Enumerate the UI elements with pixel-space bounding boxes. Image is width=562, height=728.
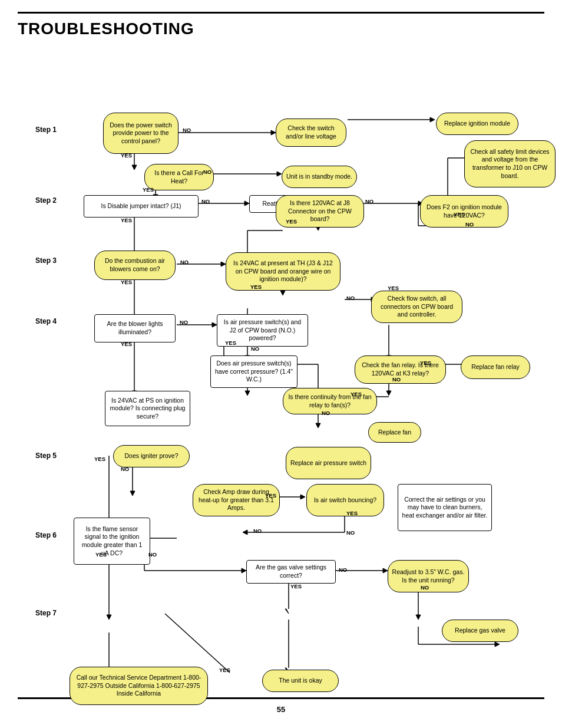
svg-marker-3 [132, 165, 137, 170]
standby-box: Unit is in standby mode. [282, 166, 357, 188]
check-switch-box: Check the switch and/or line voltage [276, 118, 346, 147]
arrow-yes-10: YES [225, 340, 236, 346]
arrow-no-10: NO [392, 376, 401, 383]
arrow-yes-16: YES [95, 551, 107, 558]
svg-marker-5 [277, 172, 282, 176]
svg-marker-27 [221, 262, 226, 266]
disable-jumper-box: Is Disable jumper intact? (J1) [84, 195, 199, 218]
svg-marker-62 [300, 495, 305, 499]
arrow-yes-2: YES [143, 186, 154, 193]
step-4-label: Step 4 [35, 317, 57, 325]
call-technical-box: Call our Technical Service Department 1-… [70, 667, 208, 705]
correct-air-settings-box: Correct the air settings or you may have… [398, 484, 492, 531]
page-title: TROUBLESHOOTING [18, 19, 544, 38]
replace-ignition-box: Replace ignition module [436, 113, 518, 135]
air-switch-bouncing-box: Is air switch bouncing? [306, 484, 384, 516]
arrow-no-6: NO [180, 259, 189, 265]
arrow-no-5: NO [465, 221, 474, 228]
replace-fan-box: Replace fan [368, 422, 421, 443]
gas-valve-box: Are the gas valve settings correct? [246, 560, 336, 584]
air-pressure-correct-box: Does air pressure switch(s) have correct… [210, 355, 297, 388]
igniter-prove-box: Does igniter prove? [113, 445, 190, 467]
svg-marker-74 [383, 568, 388, 573]
arrow-no-14: NO [346, 529, 355, 536]
arrow-yes-15: YES [346, 510, 358, 516]
svg-marker-58 [130, 491, 135, 496]
arrow-no-16: NO [339, 566, 347, 573]
check-safety-box: Check all safety limit devices and volta… [464, 140, 556, 187]
replace-gas-valve-box: Replace gas valve [442, 620, 518, 642]
arrow-yes-1: YES [121, 152, 132, 159]
arrow-yes-14: YES [265, 492, 276, 499]
svg-marker-53 [245, 391, 250, 396]
arrow-no-8: NO [180, 319, 188, 325]
arrow-yes-8: YES [388, 285, 399, 291]
svg-marker-9 [430, 117, 435, 122]
replace-fan-relay-box: Replace fan relay [461, 355, 530, 379]
arrow-yes-17: YES [290, 583, 302, 589]
step-7-label: Step 7 [35, 609, 57, 617]
step-2-label: Step 2 [35, 196, 57, 205]
call-for-heat-box: Is there a Call For Heat? [144, 164, 214, 190]
arrow-yes-11: YES [420, 360, 431, 366]
svg-marker-31 [280, 291, 285, 295]
ps-24vac-box: Is 24VAC at PS on ignition module? Is co… [105, 391, 190, 426]
arrow-yes-5: YES [454, 211, 465, 218]
svg-marker-51 [316, 423, 320, 428]
diagram-area: Step 1 Step 2 Step 3 Step 4 Step 5 Step … [18, 43, 544, 691]
check-amp-box: Check Amp draw during heat-up for greate… [193, 484, 280, 516]
arrow-no-7: NO [346, 295, 355, 301]
arrow-no-15: NO [148, 551, 157, 558]
svg-marker-11 [244, 201, 249, 206]
svg-marker-70 [242, 568, 246, 573]
svg-marker-66 [243, 530, 247, 535]
arrow-yes-7: YES [250, 284, 262, 290]
top-border [18, 12, 544, 14]
arrow-no-17: NO [421, 584, 429, 591]
arrow-yes-12: YES [351, 391, 362, 397]
svg-marker-1 [271, 130, 276, 135]
step-6-label: Step 6 [35, 531, 57, 539]
svg-marker-48 [386, 391, 391, 396]
combustion-air-box: Do the combustion air blowers come on? [94, 251, 176, 280]
svg-marker-86 [495, 642, 500, 647]
arrow-no-13: NO [253, 528, 262, 534]
arrow-no-2: NO [203, 169, 211, 175]
check-flow-box: Check flow switch, all connectors on CPW… [371, 291, 462, 323]
th-24vac-box: Is 24VAC at present at TH (J3 & J12 on C… [226, 252, 340, 291]
svg-line-81 [165, 614, 230, 673]
blower-lights-box: Are the blower lights illuminated? [94, 314, 176, 342]
svg-marker-76 [285, 609, 289, 614]
arrow-yes-6: YES [121, 279, 132, 285]
page-number: 55 [18, 705, 544, 714]
power-switch-box: Does the power switch provide power to t… [103, 113, 178, 154]
flame-sensor-box: Is the flame sensor signal to the igniti… [74, 518, 150, 565]
svg-marker-72 [107, 615, 111, 620]
step-5-label: Step 5 [35, 452, 57, 460]
arrow-yes-4: YES [286, 218, 297, 225]
unit-okay-box: The unit is okay [262, 670, 339, 692]
page: TROUBLESHOOTING [0, 0, 562, 728]
step-3-label: Step 3 [35, 256, 57, 265]
arrow-no-12: NO [121, 466, 129, 472]
replace-air-pressure-box: Replace air pressure switch [286, 447, 371, 479]
svg-marker-37 [212, 322, 217, 327]
arrow-no-1: NO [183, 127, 191, 133]
arrow-no-3: NO [201, 198, 210, 205]
arrow-yes-9: YES [121, 341, 132, 347]
step-1-label: Step 1 [35, 126, 57, 134]
svg-marker-78 [416, 615, 421, 620]
arrow-yes-13: YES [94, 456, 105, 462]
arrow-no-11: NO [322, 410, 330, 416]
arrow-yes-18: YES [219, 667, 230, 673]
arrow-no-9: NO [251, 345, 259, 352]
arrow-no-4: NO [365, 198, 373, 205]
arrow-yes-3: YES [121, 217, 132, 223]
